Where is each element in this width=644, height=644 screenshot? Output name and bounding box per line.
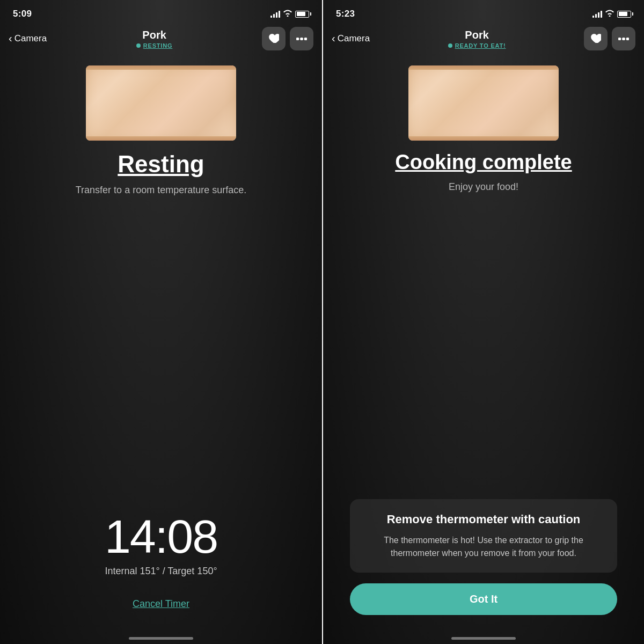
right-home-indicator [323, 626, 644, 644]
left-back-button[interactable]: ‹ Camera [9, 33, 47, 45]
left-nav-status: RESTING [136, 42, 173, 49]
right-back-label: Camera [338, 33, 370, 44]
cancel-timer-button[interactable]: Cancel Timer [133, 598, 189, 610]
right-food-image [408, 65, 559, 141]
right-heart-button[interactable] [584, 27, 608, 50]
svg-point-5 [626, 38, 629, 40]
right-chevron-icon: ‹ [332, 32, 335, 45]
right-nav-status: READY TO EAT! [448, 42, 506, 49]
left-stage-subtitle: Transfer to a room temperature surface. [76, 184, 246, 197]
left-phone-screen: 5:09 ‹ Camera Pork [0, 0, 322, 644]
left-status-bar: 5:09 [0, 0, 322, 24]
left-timer-section: 14:08 Internal 151° / Target 150° Cancel… [16, 513, 306, 626]
svg-point-3 [618, 38, 621, 40]
right-more-button[interactable] [612, 27, 635, 50]
svg-point-4 [622, 38, 625, 40]
signal-bars-icon [270, 10, 280, 18]
left-more-button[interactable] [290, 27, 313, 50]
right-signal-bars-icon [592, 10, 602, 18]
left-stage-title: Resting [118, 151, 204, 177]
left-food-image [86, 65, 236, 141]
left-status-label: RESTING [143, 42, 173, 49]
left-nav-title: Pork [136, 29, 173, 41]
right-phone-screen: 5:23 ‹ Camera Pork [322, 0, 644, 644]
right-back-button[interactable]: ‹ Camera [332, 33, 370, 45]
right-nav-title: Pork [448, 29, 506, 41]
right-wifi-icon [605, 10, 614, 18]
wifi-icon [283, 10, 292, 18]
svg-point-2 [304, 38, 307, 40]
left-back-label: Camera [14, 33, 47, 44]
warning-title: Remove thermometer with caution [365, 512, 602, 528]
left-food-image-container [0, 55, 322, 146]
right-status-icons [592, 10, 631, 18]
right-nav-bar: ‹ Camera Pork READY TO EAT! [323, 24, 644, 55]
right-status-dot [448, 43, 452, 48]
left-temp-display: Internal 151° / Target 150° [105, 566, 217, 577]
battery-icon [295, 11, 309, 18]
left-timer-display: 14:08 [105, 513, 217, 560]
left-status-time: 5:09 [13, 9, 32, 19]
right-pork-piece [408, 65, 559, 141]
right-status-time: 5:23 [336, 9, 355, 19]
left-home-indicator [0, 626, 322, 644]
left-status-icons [270, 10, 309, 18]
right-home-bar [451, 637, 516, 640]
right-stage-subtitle: Enjoy your food! [449, 180, 518, 194]
left-nav-bar: ‹ Camera Pork RESTING [0, 24, 322, 55]
right-stage-title: Cooking complete [395, 151, 572, 174]
right-food-image-container [323, 55, 644, 146]
left-home-bar [129, 637, 193, 640]
left-chevron-icon: ‹ [9, 32, 12, 45]
right-status-bar: 5:23 [323, 0, 644, 24]
left-heart-button[interactable] [262, 27, 286, 50]
right-main-content: Cooking complete Enjoy your food! Remove… [323, 146, 644, 626]
warning-body: The thermometer is hot! Use the extracto… [365, 534, 602, 560]
svg-point-0 [296, 38, 299, 40]
right-status-label: READY TO EAT! [455, 42, 506, 49]
got-it-button[interactable]: Got It [350, 583, 617, 615]
warning-card: Remove thermometer with caution The ther… [350, 499, 617, 573]
left-status-dot [136, 43, 141, 48]
left-main-content: Resting Transfer to a room temperature s… [0, 146, 322, 626]
right-nav-actions [584, 27, 635, 50]
right-title-block: Pork READY TO EAT! [448, 29, 506, 49]
left-pork-piece [86, 65, 236, 141]
left-nav-actions [262, 27, 313, 50]
left-title-block: Pork RESTING [136, 29, 173, 49]
right-battery-icon [617, 11, 631, 18]
svg-point-1 [300, 38, 303, 40]
